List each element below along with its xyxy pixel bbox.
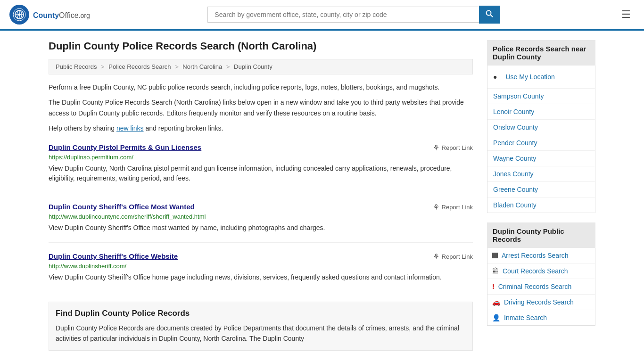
page-title: Duplin County Police Records Search (Nor… xyxy=(49,40,473,52)
breadcrumb-duplin-county[interactable]: Duplin County xyxy=(234,63,272,70)
nearby-jones[interactable]: Jones County xyxy=(487,166,595,182)
driving-icon: 🚗 xyxy=(492,298,500,306)
logo-icon xyxy=(9,5,29,25)
report-icon-3: ⚘ xyxy=(433,252,439,261)
criminal-records-link[interactable]: Criminal Records Search xyxy=(498,283,572,290)
report-link-label-3: Report Link xyxy=(442,253,473,260)
intro-text-2: The Duplin County Police Records Search … xyxy=(49,97,473,118)
header-right: ☰ xyxy=(618,7,635,23)
find-section-text: Duplin County Police Records are documen… xyxy=(56,323,466,344)
criminal-records-item[interactable]: ! Criminal Records Search xyxy=(487,279,595,295)
inmate-search-link[interactable]: Inmate Search xyxy=(504,314,547,321)
menu-button[interactable]: ☰ xyxy=(618,7,635,23)
nearby-section: Police Records Search near Duplin County… xyxy=(487,40,595,213)
svg-line-7 xyxy=(491,15,493,17)
nearby-header: Police Records Search near Duplin County xyxy=(487,40,595,66)
driving-records-item[interactable]: 🚗 Driving Records Search xyxy=(487,295,595,310)
intro-text-3: Help others by sharing new links and rep… xyxy=(49,123,473,133)
court-records-item[interactable]: 🏛 Court Records Search xyxy=(487,263,595,279)
sampson-link[interactable]: Sampson County xyxy=(487,89,595,104)
breadcrumb: Public Records > Police Records Search >… xyxy=(49,59,473,74)
nearby-list: ● Use My Location Sampson County Lenoir … xyxy=(487,66,595,213)
record-header-1: Duplin County Pistol Permits & Gun Licen… xyxy=(49,143,473,152)
intro-3-prefix: Help others by sharing xyxy=(49,124,116,132)
nearby-onslow[interactable]: Onslow County xyxy=(487,120,595,135)
record-title-2[interactable]: Duplin County Sheriff's Office Most Want… xyxy=(49,203,195,211)
record-url-2: http://www.duplincountync.com/sheriff/sh… xyxy=(49,213,473,220)
inmate-icon: 👤 xyxy=(492,314,500,321)
site-header: CountyOffice.org ☰ xyxy=(0,0,644,31)
court-icon: 🏛 xyxy=(492,267,499,275)
record-header-2: Duplin County Sheriff's Office Most Want… xyxy=(49,203,473,212)
inmate-search-item[interactable]: 👤 Inmate Search xyxy=(487,310,595,325)
report-icon-2: ⚘ xyxy=(433,203,439,212)
record-header-3: Duplin County Sheriff's Office Website ⚘… xyxy=(49,252,473,261)
nearby-bladen[interactable]: Bladen County xyxy=(487,197,595,213)
report-icon-1: ⚘ xyxy=(433,143,439,152)
location-icon: ● xyxy=(493,73,497,81)
find-section-title: Find Duplin County Police Records xyxy=(56,309,466,318)
public-records-list: Arrest Records Search 🏛 Court Records Se… xyxy=(487,248,595,326)
logo[interactable]: CountyOffice.org xyxy=(9,5,90,25)
record-item-2: Duplin County Sheriff's Office Most Want… xyxy=(49,203,473,243)
pender-link[interactable]: Pender County xyxy=(487,135,595,150)
record-title-3[interactable]: Duplin County Sheriff's Office Website xyxy=(49,252,178,260)
report-link-1[interactable]: ⚘ Report Link xyxy=(433,143,473,152)
record-url-3: http://www.duplinsheriff.com/ xyxy=(49,263,473,270)
report-link-label-1: Report Link xyxy=(442,144,473,151)
report-link-label-2: Report Link xyxy=(442,204,473,211)
report-link-3[interactable]: ⚘ Report Link xyxy=(433,252,473,261)
intro-text-1: Perform a free Duplin County, NC public … xyxy=(49,82,473,92)
record-desc-1: View Duplin County, North Carolina pisto… xyxy=(49,164,473,183)
nearby-lenoir[interactable]: Lenoir County xyxy=(487,104,595,120)
find-section: Find Duplin County Police Records Duplin… xyxy=(49,302,473,351)
search-button[interactable] xyxy=(479,6,500,24)
record-item-1: Duplin County Pistol Permits & Gun Licen… xyxy=(49,143,473,193)
logo-name: CountyOffice.org xyxy=(33,9,90,20)
arrest-records-item[interactable]: Arrest Records Search xyxy=(487,248,595,263)
record-desc-3: View Duplin County Sheriff's Office home… xyxy=(49,272,473,282)
onslow-link[interactable]: Onslow County xyxy=(487,120,595,135)
breadcrumb-police-records[interactable]: Police Records Search xyxy=(108,63,171,70)
public-records-section: Duplin County Public Records Arrest Reco… xyxy=(487,222,595,326)
nearby-pender[interactable]: Pender County xyxy=(487,135,595,151)
court-records-link[interactable]: Court Records Search xyxy=(503,267,568,275)
svg-point-6 xyxy=(487,11,491,16)
nearby-sampson[interactable]: Sampson County xyxy=(487,89,595,104)
use-my-location-link[interactable]: Use My Location xyxy=(500,69,560,84)
breadcrumb-north-carolina[interactable]: North Carolina xyxy=(182,63,222,70)
lenoir-link[interactable]: Lenoir County xyxy=(487,104,595,119)
new-links-link[interactable]: new links xyxy=(116,124,144,132)
bladen-link[interactable]: Bladen County xyxy=(487,197,595,213)
nearby-greene[interactable]: Greene County xyxy=(487,182,595,197)
arrest-records-link[interactable]: Arrest Records Search xyxy=(502,252,569,259)
svg-point-5 xyxy=(18,14,21,16)
report-link-2[interactable]: ⚘ Report Link xyxy=(433,203,473,212)
content-area: Duplin County Police Records Search (Nor… xyxy=(49,40,473,351)
main-container: Duplin County Police Records Search (Nor… xyxy=(39,31,605,360)
jones-link[interactable]: Jones County xyxy=(487,166,595,181)
wayne-link[interactable]: Wayne County xyxy=(487,151,595,166)
breadcrumb-sep-3: > xyxy=(226,63,230,70)
use-location-item[interactable]: ● Use My Location xyxy=(487,66,595,89)
record-title-1[interactable]: Duplin County Pistol Permits & Gun Licen… xyxy=(49,143,201,151)
greene-link[interactable]: Greene County xyxy=(487,182,595,197)
driving-records-link[interactable]: Driving Records Search xyxy=(504,298,574,306)
sidebar: Police Records Search near Duplin County… xyxy=(487,40,595,351)
criminal-icon: ! xyxy=(492,283,495,290)
breadcrumb-sep-1: > xyxy=(101,63,105,70)
record-url-1: https://duplinso.permitium.com/ xyxy=(49,154,473,161)
record-desc-2: View Duplin County Sheriff's Office most… xyxy=(49,223,473,233)
record-item-3: Duplin County Sheriff's Office Website ⚘… xyxy=(49,252,473,292)
breadcrumb-sep-2: > xyxy=(175,63,179,70)
arrest-icon xyxy=(492,253,498,258)
public-records-header: Duplin County Public Records xyxy=(487,222,595,248)
nearby-wayne[interactable]: Wayne County xyxy=(487,151,595,166)
search-form xyxy=(207,6,500,24)
breadcrumb-public-records[interactable]: Public Records xyxy=(56,63,97,70)
intro-3-suffix: and reporting broken links. xyxy=(144,124,223,132)
search-input[interactable] xyxy=(207,7,479,23)
